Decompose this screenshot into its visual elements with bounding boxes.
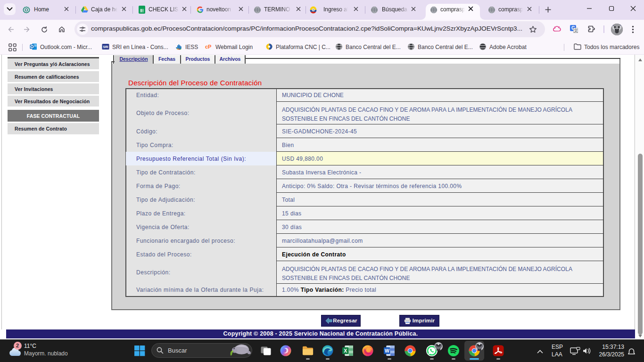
svg-text:W: W	[385, 348, 389, 354]
svg-text:cP: cP	[205, 44, 211, 49]
svg-text:X: X	[344, 348, 347, 354]
svg-text:SRI: SRI	[103, 45, 108, 49]
